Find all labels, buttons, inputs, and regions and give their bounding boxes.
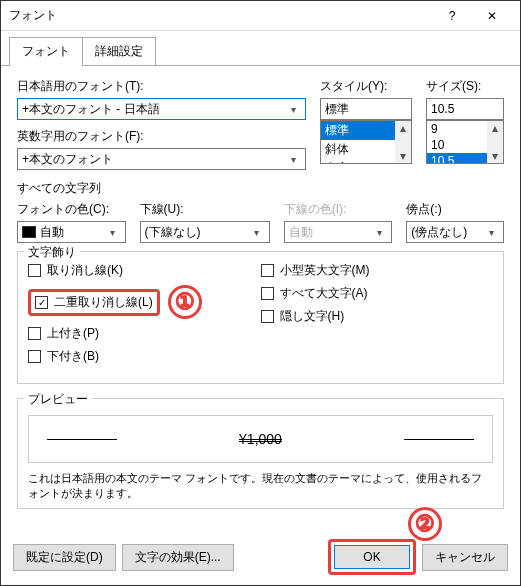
decorations-legend: 文字飾り [24, 244, 80, 261]
emphasis-select[interactable]: (傍点なし) ▾ [406, 221, 504, 243]
font-color-label: フォントの色(C): [17, 201, 126, 218]
style-label: スタイル(Y): [320, 78, 412, 95]
preview-note: これは日本語用の本文のテーマ フォントです。現在の文書のテーマによって、使用され… [28, 471, 493, 502]
preview-text: ¥1,000 [239, 431, 282, 447]
color-swatch [22, 226, 36, 238]
style-listbox[interactable]: 標準 斜体 太字 ▴▾ [320, 120, 412, 164]
underline-color-select: 自動 ▾ [284, 221, 393, 243]
underline-label: 下線(U): [140, 201, 270, 218]
size-input[interactable]: 10.5 [426, 98, 504, 120]
tab-advanced[interactable]: 詳細設定 [82, 37, 156, 65]
subscript-checkbox[interactable]: 下付き(B) [28, 348, 261, 365]
superscript-checkbox[interactable]: 上付き(P) [28, 325, 261, 342]
preview-legend: プレビュー [24, 391, 92, 408]
chevron-down-icon: ▾ [249, 227, 265, 238]
style-input[interactable]: 標準 [320, 98, 412, 120]
scrollbar[interactable]: ▴▾ [487, 121, 503, 163]
smallcaps-checkbox[interactable]: 小型英大文字(M) [261, 262, 494, 279]
tab-font[interactable]: フォント [9, 37, 83, 65]
annotation-two: ② [408, 507, 442, 541]
help-button[interactable]: ? [432, 2, 472, 30]
size-listbox[interactable]: 9 10 10.5 ▴▾ [426, 120, 504, 164]
underline-color-label: 下線の色(I): [284, 201, 393, 218]
allcaps-checkbox[interactable]: すべて大文字(A) [261, 285, 494, 302]
dialog-title: フォント [9, 7, 432, 24]
chevron-down-icon: ▾ [483, 227, 499, 238]
cancel-button[interactable]: キャンセル [422, 544, 508, 571]
jp-font-select[interactable]: +本文のフォント - 日本語 ▾ [17, 98, 306, 120]
chevron-down-icon: ▾ [105, 227, 121, 238]
chevron-down-icon: ▾ [371, 227, 387, 238]
chevron-down-icon: ▾ [285, 104, 301, 115]
chevron-down-icon: ▾ [285, 154, 301, 165]
scrollbar[interactable]: ▴▾ [395, 121, 411, 163]
all-text-label: すべての文字列 [17, 180, 504, 197]
close-button[interactable]: ✕ [472, 2, 512, 30]
size-label: サイズ(S): [426, 78, 504, 95]
en-font-select[interactable]: +本文のフォント ▾ [17, 148, 306, 170]
font-color-select[interactable]: 自動 ▾ [17, 221, 126, 243]
jp-font-label: 日本語用のフォント(T): [17, 78, 306, 95]
hidden-checkbox[interactable]: 隠し文字(H) [261, 308, 494, 325]
set-default-button[interactable]: 既定に設定(D) [13, 544, 116, 571]
emphasis-label: 傍点(:) [406, 201, 504, 218]
strikethrough-checkbox[interactable]: 取り消し線(K) [28, 262, 261, 279]
underline-select[interactable]: (下線なし) ▾ [140, 221, 270, 243]
annotation-one: ① [168, 285, 202, 319]
double-strikethrough-checkbox[interactable]: ✓二重取り消し線(L) [35, 294, 153, 311]
en-font-label: 英数字用のフォント(F): [17, 128, 306, 145]
preview-area: ¥1,000 [28, 415, 493, 463]
text-effects-button[interactable]: 文字の効果(E)... [122, 544, 234, 571]
ok-button[interactable]: OK [334, 545, 410, 569]
